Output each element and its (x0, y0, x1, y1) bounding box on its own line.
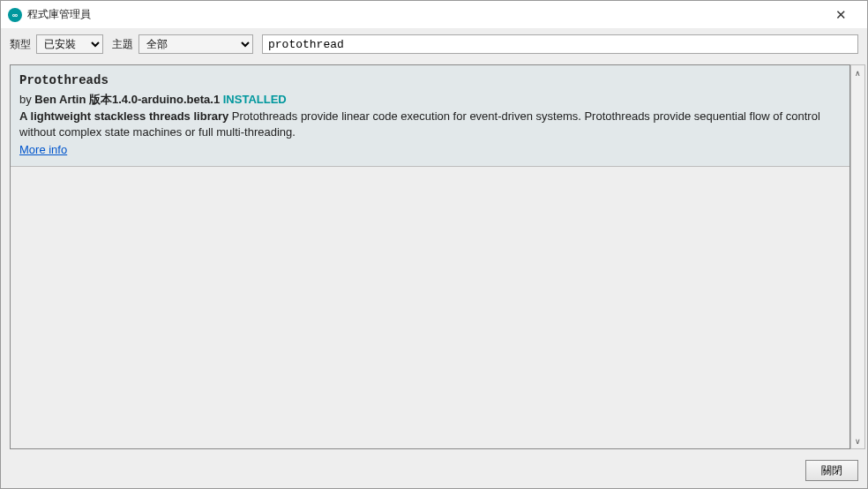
title-bar: ∞ 程式庫管理員 ✕ (1, 1, 867, 29)
type-label: 類型 (10, 37, 31, 52)
scroll-track[interactable] (851, 80, 864, 433)
library-list: Protothreads by Ben Artin 版本1.4.0-arduin… (10, 64, 850, 449)
library-name: Protothreads (19, 72, 841, 89)
more-info-link[interactable]: More info (19, 143, 67, 156)
library-summary: A lightweight stackless threads library (19, 109, 228, 123)
library-version: 1.4.0-arduino.beta.1 (112, 93, 220, 106)
library-meta: by Ben Artin 版本1.4.0-arduino.beta.1 INST… (19, 92, 841, 108)
scroll-down-icon[interactable]: ∨ (851, 433, 864, 448)
filter-bar: 類型 已安裝 主題 全部 (1, 29, 867, 59)
library-item[interactable]: Protothreads by Ben Artin 版本1.4.0-arduin… (11, 65, 849, 167)
version-label: 版本 (89, 93, 112, 106)
scroll-up-icon[interactable]: ∧ (851, 65, 864, 80)
close-icon[interactable]: ✕ (823, 2, 858, 28)
arduino-icon: ∞ (8, 8, 22, 22)
footer: 關閉 (1, 455, 867, 488)
scrollbar[interactable]: ∧ ∨ (850, 64, 865, 449)
installed-badge: INSTALLED (223, 93, 287, 106)
window-title: 程式庫管理員 (27, 7, 91, 22)
body-area: Protothreads by Ben Artin 版本1.4.0-arduin… (1, 59, 867, 455)
close-button[interactable]: 關閉 (805, 460, 858, 481)
library-description: A lightweight stackless threads library … (19, 109, 841, 139)
type-select[interactable]: 已安裝 (36, 34, 103, 54)
topic-select[interactable]: 全部 (138, 34, 253, 54)
library-manager-window: ∞ 程式庫管理員 ✕ 類型 已安裝 主題 全部 Protothreads by … (0, 0, 868, 489)
topic-label: 主題 (112, 37, 133, 52)
search-input[interactable] (262, 34, 858, 54)
library-author: Ben Artin (34, 93, 86, 106)
